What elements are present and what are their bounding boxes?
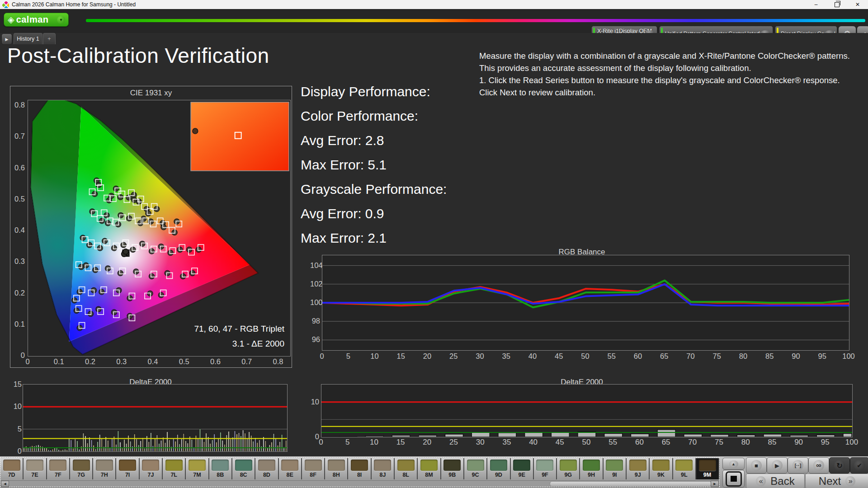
patch-cell-7G[interactable]: 7G [70, 458, 93, 479]
filmstrip-expand-button[interactable]: ▲ [722, 458, 745, 470]
tab-row: ▶ History 1 + [0, 33, 868, 44]
patch-cell-8M[interactable]: 8M [418, 458, 441, 479]
rgb-x-tick: 25 [446, 352, 461, 361]
instruction-line: Click Next to review calibration. [479, 86, 868, 99]
patch-cell-7M[interactable]: 7M [186, 458, 209, 479]
next-label: Next [819, 475, 841, 488]
next-button[interactable]: Next » [805, 474, 868, 488]
rgb-balance-plot [322, 255, 849, 351]
patch-swatch [490, 460, 507, 471]
patch-cell-8B[interactable]: 8B [209, 458, 232, 479]
deltae-color-panel: DeltaE 2000 051015 [10, 375, 291, 455]
rgb-y-tick: 104 [310, 261, 320, 270]
patch-cell-7L[interactable]: 7L [163, 458, 186, 479]
patch-cell-8L[interactable]: 8L [395, 458, 418, 479]
stop-icon: ■ [751, 460, 762, 471]
scrollbar-thumb[interactable] [550, 481, 712, 487]
patch-cell-9C[interactable]: 9C [464, 458, 487, 479]
rgb-y-tick: 98 [310, 317, 320, 325]
patch-cell-8D[interactable]: 8D [255, 458, 278, 479]
deltae-x-tick: 20 [420, 438, 435, 447]
rgb-x-tick: 70 [683, 352, 698, 361]
patch-label: 7J [147, 472, 154, 478]
play-button[interactable]: ▶ [767, 457, 788, 474]
performance-line: Avg Error: 0.9 [301, 202, 447, 226]
rgb-x-tick: 15 [393, 352, 409, 361]
patch-swatch [443, 460, 461, 471]
read-series-button[interactable]: [··] [788, 457, 808, 474]
patch-label: 8E [287, 472, 293, 478]
patch-cell-9M[interactable]: 9M [696, 458, 719, 479]
patch-label: 7M [193, 472, 201, 478]
patch-cell-9I[interactable]: 9I [604, 458, 627, 479]
add-tab-button[interactable]: + [43, 33, 56, 44]
tab-history-1[interactable]: History 1 [14, 33, 42, 44]
patch-cell-9D[interactable]: 9D [487, 458, 510, 479]
rgb-y-tick: 96 [310, 335, 320, 344]
patch-swatch [212, 460, 229, 471]
deltae-x-tick: 45 [552, 438, 567, 447]
read-continuous-button[interactable]: ∞ [808, 457, 829, 474]
patch-swatch [189, 460, 206, 471]
patch-cell-9J[interactable]: 9J [627, 458, 650, 479]
patch-swatch [3, 460, 20, 471]
patch-label: 9H [588, 472, 595, 478]
patch-label: 8C [240, 472, 247, 478]
patch-cell-9L[interactable]: 9L [673, 458, 696, 479]
patch-cell-9F[interactable]: 9F [534, 458, 557, 479]
patch-cell-7J[interactable]: 7J [140, 458, 163, 479]
patch-swatch [49, 460, 66, 471]
scroll-left-icon[interactable]: ◀ [1, 481, 9, 487]
scroll-right-icon[interactable]: ▶ [711, 481, 719, 487]
pattern-window-button[interactable] [722, 470, 745, 488]
deltae-x-tick: 75 [712, 438, 727, 447]
cie-y-tick: 0.6 [10, 164, 25, 172]
patch-cell-8F[interactable]: 8F [302, 458, 325, 479]
patch-cell-9K[interactable]: 9K [650, 458, 673, 479]
calman-menu-button[interactable]: ◈ calman ▼ [4, 13, 69, 27]
close-icon[interactable]: ✕ [847, 0, 868, 9]
refresh-button[interactable]: ↻ [829, 457, 850, 474]
deltae-x-tick: 60 [632, 438, 647, 447]
deltae-x-tick: 90 [791, 438, 807, 447]
performance-line: Max Error: 5.1 [301, 153, 447, 177]
cie-x-tick: 0.3 [112, 357, 132, 366]
patch-label: 9E [519, 472, 525, 478]
patch-cell-8H[interactable]: 8H [325, 458, 348, 479]
minimize-icon[interactable]: – [806, 0, 826, 9]
rgb-x-tick: 80 [736, 352, 751, 361]
rgb-y-tick: 102 [310, 280, 320, 288]
stop-button[interactable]: ■ [746, 457, 767, 474]
filmstrip-scrollbar[interactable]: ◀ ▶ [1, 480, 719, 487]
patch-cell-7F[interactable]: 7F [47, 458, 70, 479]
back-button[interactable]: « Back [746, 474, 805, 488]
performance-line: Color Performance: [301, 104, 447, 128]
patch-cell-9G[interactable]: 9G [557, 458, 580, 479]
patch-cell-9B[interactable]: 9B [441, 458, 464, 479]
patch-cell-7D[interactable]: 7D [0, 458, 24, 479]
cie-y-tick: 0.5 [10, 195, 25, 203]
patch-cell-8I[interactable]: 8I [348, 458, 371, 479]
patch-cell-7E[interactable]: 7E [24, 458, 47, 479]
patch-cell-7I[interactable]: 7I [116, 458, 139, 479]
rgb-x-tick: 5 [340, 352, 356, 361]
page-title: Post-Calibration Verification [7, 43, 269, 68]
patch-cell-8E[interactable]: 8E [279, 458, 302, 479]
patch-label: 8B [217, 472, 224, 478]
deltae-x-tick: 95 [817, 438, 833, 447]
accept-button[interactable]: ✔ [850, 457, 868, 474]
restore-icon[interactable] [826, 0, 847, 9]
patch-cell-8J[interactable]: 8J [372, 458, 395, 479]
cie-y-tick: 0.7 [10, 132, 25, 141]
cie-diagram [28, 100, 290, 356]
rgb-x-tick: 35 [499, 352, 514, 361]
patch-cell-9H[interactable]: 9H [580, 458, 603, 479]
patch-cell-9E[interactable]: 9E [511, 458, 534, 479]
cie-x-tick: 0.6 [206, 357, 226, 366]
patch-cell-8C[interactable]: 8C [232, 458, 255, 479]
patch-cell-7H[interactable]: 7H [93, 458, 116, 479]
patch-filmstrip: 7D7E7F7G7H7I7J7L7M8B8C8D8E8F8H8I8J8L8M9B… [0, 457, 720, 487]
instructions: Measure the display with a combination o… [479, 50, 868, 99]
chevron-up-icon: ▲ [729, 460, 738, 468]
refresh-icon: ↻ [834, 460, 845, 471]
